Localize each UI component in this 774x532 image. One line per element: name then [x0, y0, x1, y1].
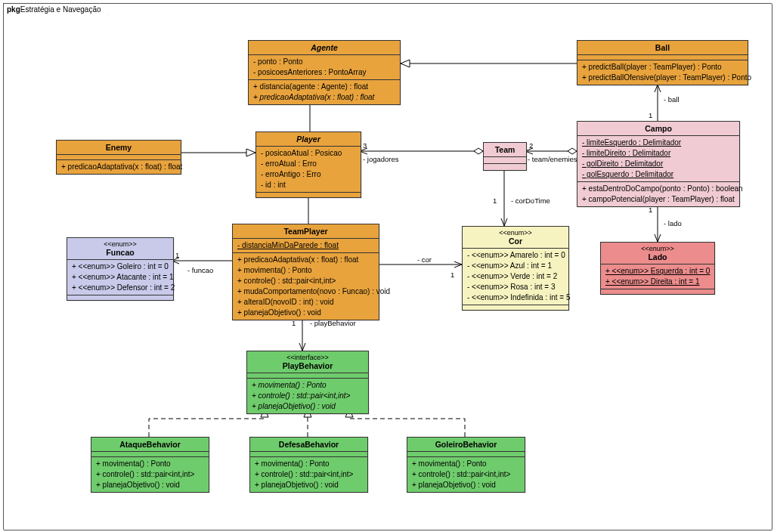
class-title: <<enum>> Cor — [463, 227, 568, 249]
class-ataquebehavior: AtaqueBehavior + movimenta() : Ponto + c… — [91, 437, 209, 493]
op: + predicaoAdaptativa(x : float) : float — [253, 92, 395, 103]
class-title: GoleiroBehavior — [407, 438, 525, 452]
class-teamplayer: TeamPlayer - distanciaMinDaParede : floa… — [232, 224, 379, 320]
class-campo: Campo - limiteEsquerdo : Delimitador - l… — [577, 121, 740, 207]
op: + planejaObjetivo() : void — [255, 480, 363, 490]
attr: - erroAntigo : Erro — [261, 169, 356, 180]
op: + alteraID(novoID : int) : void — [237, 297, 374, 308]
attr: + <<enum>> Esquerda : int = 0 — [605, 266, 710, 277]
class-goleirobehavior: GoleiroBehavior + movimenta() : Ponto + … — [407, 437, 525, 493]
class-title: <<interface>> PlayBehavior — [247, 351, 368, 373]
op: + controle() : std::pair<int,int> — [96, 469, 204, 480]
class-title: TeamPlayer — [233, 224, 379, 239]
attr: - ponto : Ponto — [253, 57, 395, 67]
op: + planejaObjetivo() : void — [96, 480, 204, 490]
op: + estaDentroDoCampo(ponto : Ponto) : boo… — [582, 184, 735, 194]
attr: - <<enum>> Amarelo : int = 0 — [467, 250, 564, 261]
op: + predicaoAdaptativa(x : float) : float — [61, 162, 176, 172]
attr: + <<enum>> Atacante : int = 1 — [72, 272, 169, 283]
class-enemy: Enemy + predicaoAdaptativa(x : float) : … — [56, 140, 181, 175]
role-teamenemies: - team/enemies — [528, 155, 577, 163]
attr: - erroAtual : Erro — [261, 159, 356, 169]
attr: - limiteDireito : Delimitador — [582, 148, 735, 159]
role-jogadores: - jogadores — [363, 155, 399, 163]
op: + movimenta() : Ponto — [412, 459, 520, 469]
op: + campoPotencial(player : TeamPlayer) : … — [582, 194, 735, 205]
class-title: Agente — [249, 41, 400, 55]
mult-2: 2 — [529, 141, 533, 150]
attr: - posicaoAtual : Posicao — [261, 148, 356, 159]
attr: - distanciaMinDaParede : float — [237, 240, 374, 251]
mult-1: 1 — [175, 251, 179, 259]
attr: - id : int — [261, 180, 356, 190]
class-title: Ball — [577, 41, 748, 55]
pkg-title: Estratégia e Navegação — [20, 5, 101, 14]
attr: - golDireito : Delimitador — [582, 159, 735, 169]
role-cordotime: - corDoTime — [511, 196, 550, 205]
class-player: Player - posicaoAtual : Posicao - erroAt… — [255, 131, 361, 198]
class-title: <<enum>> Funcao — [67, 238, 173, 260]
pkg-prefix: pkg — [7, 5, 20, 14]
attr: + <<enum>> Goleiro : int = 0 — [72, 261, 169, 272]
class-title: Team — [484, 143, 526, 157]
mult-1: 1 — [649, 206, 652, 214]
class-agente: Agente - ponto : Ponto - posicoesAnterio… — [248, 40, 401, 105]
op: + mudaComportamento(novo : Funcao) : voi… — [237, 286, 374, 297]
mult-1: 1 — [649, 111, 652, 119]
attr: - golEsquerdo : Delimitador — [582, 169, 735, 180]
role-ball: - ball — [664, 95, 680, 104]
op: + predicaoAdaptativa(x : float) : float — [237, 255, 374, 265]
op: + controle() : std::pair<int,int> — [237, 276, 374, 286]
mult-1: 1 — [450, 271, 454, 279]
op: + predictBallOfensive(player : TeamPlaye… — [582, 73, 743, 83]
mult-1: 1 — [493, 196, 497, 205]
op: + planejaObjetivo() : void — [237, 308, 374, 318]
enum-lado: <<enum>> Lado + <<enum>> Esquerda : int … — [600, 242, 715, 295]
enum-cor: <<enum>> Cor - <<enum>> Amarelo : int = … — [462, 226, 569, 311]
op: + movimenta() : Ponto — [96, 459, 204, 469]
op: + controle() : std::pair<int,int> — [252, 391, 364, 401]
attr: - <<enum>> Azul : int = 1 — [467, 261, 564, 271]
class-title: Campo — [577, 122, 739, 136]
op: + movimenta() : Ponto — [255, 459, 363, 469]
op: + movimenta() : Ponto — [237, 265, 374, 276]
class-ball: Ball + predictBall(player : TeamPlayer) … — [577, 40, 748, 85]
class-defesabehavior: DefesaBehavior + movimenta() : Ponto + c… — [249, 437, 368, 493]
class-title: <<enum>> Lado — [601, 243, 714, 264]
role-lado: - lado — [664, 219, 682, 227]
op: + controle() : std::pair<int,int> — [255, 469, 363, 480]
role-cor: - cor — [417, 255, 432, 264]
attr: - <<enum>> Indefinida : int = 5 — [467, 292, 564, 303]
op: + distancia(agente : Agente) : float — [253, 82, 395, 92]
mult-3: 3 — [363, 141, 367, 150]
attr: - <<enum>> Verde : int = 2 — [467, 271, 564, 282]
attr: + <<enum>> Direita : int = 1 — [605, 277, 710, 287]
op: + movimenta() : Ponto — [252, 380, 364, 391]
op: + controle() : std::pair<int,int> — [412, 469, 520, 480]
enum-funcao: <<enum>> Funcao + <<enum>> Goleiro : int… — [67, 237, 174, 301]
attr: + <<enum>> Defensor : int = 2 — [72, 283, 169, 293]
attr: - limiteEsquerdo : Delimitador — [582, 138, 735, 148]
attr: - <<enum>> Rosa : int = 3 — [467, 282, 564, 292]
attr: - posicoesAnteriores : PontoArray — [253, 67, 395, 78]
op: + planejaObjetivo() : void — [412, 480, 520, 490]
op: + predictBall(player : TeamPlayer) : Pon… — [582, 62, 743, 73]
class-title: Player — [256, 132, 361, 147]
mult-1: 1 — [292, 319, 296, 327]
role-playbehavior: - playBehavior — [310, 319, 356, 327]
package-tab: pkgEstratégia e Navegação — [3, 3, 108, 15]
class-title: Enemy — [57, 141, 181, 155]
interface-playbehavior: <<interface>> PlayBehavior + movimenta()… — [246, 351, 369, 414]
role-funcao: - funcao — [187, 266, 213, 274]
op: + planejaObjetivo() : void — [252, 401, 364, 412]
class-title: AtaqueBehavior — [91, 438, 209, 452]
class-title: DefesaBehavior — [250, 438, 367, 452]
class-team: Team — [483, 142, 527, 171]
